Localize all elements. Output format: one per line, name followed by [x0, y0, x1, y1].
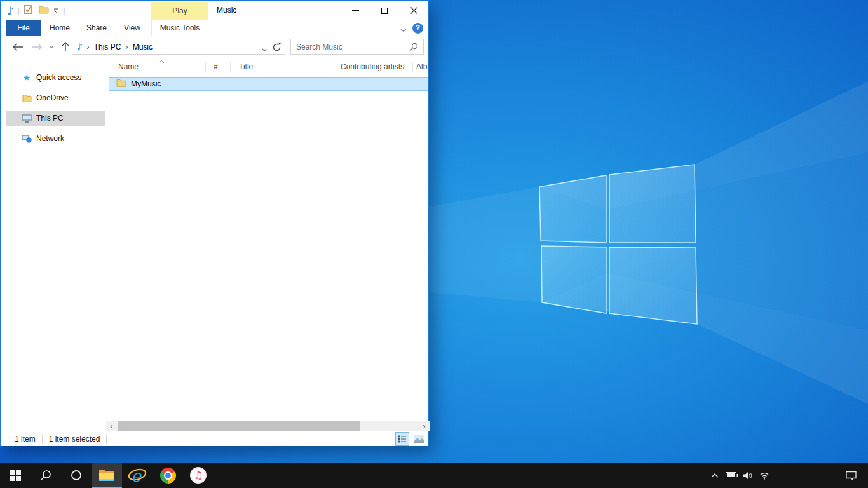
address-bar[interactable]: ♪ › This PC › Music — [72, 39, 285, 55]
window-body: ★ Quick access OneDrive This PC — [1, 58, 428, 421]
address-dropdown-icon[interactable] — [262, 45, 267, 54]
sidebar-item-network[interactable]: Network — [1, 131, 105, 146]
tab-music-tools[interactable]: Music Tools — [151, 20, 208, 36]
selection-count: 1 item selected — [49, 435, 100, 444]
scrollbar-thumb[interactable] — [118, 421, 360, 431]
up-button[interactable] — [58, 36, 72, 57]
breadcrumb-music[interactable]: Music — [133, 43, 153, 51]
action-center-icon[interactable] — [843, 463, 859, 488]
status-bar: 1 item 1 item selected — [1, 431, 428, 446]
forward-button[interactable] — [30, 36, 44, 57]
sidebar-item-quick-access[interactable]: ★ Quick access — [1, 70, 105, 85]
sidebar: ★ Quick access OneDrive This PC — [1, 58, 105, 421]
search-box[interactable]: Search Music — [290, 39, 424, 55]
sidebar-item-onedrive[interactable]: OneDrive — [1, 90, 105, 105]
breadcrumb-this-pc[interactable]: This PC — [94, 43, 121, 51]
folder-icon — [116, 79, 126, 89]
taskbar-internet-explorer-button[interactable]: e — [122, 463, 153, 488]
search-icon[interactable] — [407, 36, 420, 57]
help-button[interactable]: ? — [412, 23, 423, 34]
qat-customize-icon[interactable] — [53, 6, 59, 15]
tray-expand-icon[interactable] — [707, 463, 723, 488]
close-button[interactable] — [399, 1, 428, 20]
network-icon — [22, 133, 32, 144]
thumbnail-view-button[interactable] — [412, 432, 426, 446]
wifi-icon[interactable] — [756, 463, 773, 488]
tab-view[interactable]: View — [115, 20, 149, 36]
start-button[interactable] — [0, 463, 31, 488]
maximize-button[interactable] — [370, 1, 399, 20]
computer-icon — [22, 113, 32, 123]
location-music-icon: ♪ — [77, 42, 82, 51]
battery-icon[interactable] — [723, 463, 740, 488]
horizontal-scrollbar[interactable]: ‹ › — [106, 421, 430, 431]
item-count: 1 item — [15, 435, 36, 444]
column-header-name[interactable]: Name — [118, 59, 139, 74]
check-document-icon[interactable] — [24, 4, 33, 17]
navigation-bar: ♪ › This PC › Music Search Music — [1, 36, 428, 57]
column-header-artists[interactable]: Contributing artists — [341, 59, 404, 74]
screen: ♪ | | Play Music — [0, 0, 868, 488]
column-header-title[interactable]: Title — [239, 59, 253, 74]
file-row-mymusic[interactable]: MyMusic — [109, 77, 428, 91]
scroll-right-icon[interactable]: › — [419, 421, 430, 431]
window-title: Music — [217, 1, 236, 20]
breadcrumb-chevron: › — [86, 42, 89, 51]
sidebar-item-this-pc[interactable]: This PC — [6, 111, 105, 126]
tab-share[interactable]: Share — [78, 20, 115, 36]
breadcrumb-chevron: › — [125, 42, 128, 51]
recent-locations-icon[interactable] — [47, 36, 56, 57]
chrome-icon — [160, 468, 176, 484]
volume-icon[interactable] — [740, 463, 756, 488]
new-folder-icon[interactable] — [39, 5, 49, 16]
details-view-button[interactable] — [395, 432, 409, 446]
file-list-pane: Name # Title Contributing artists Alb My… — [106, 58, 428, 421]
minimize-button[interactable] — [341, 1, 370, 20]
taskbar-itunes-button[interactable]: ♫ — [183, 463, 214, 488]
tab-play[interactable]: Play — [151, 2, 208, 20]
explorer-window: ♪ | | Play Music — [0, 0, 429, 446]
music-note-icon: ♪ — [7, 4, 14, 17]
ribbon-tab-row: File Home Share View Music Tools ? — [1, 20, 428, 36]
taskbar: e ♫ — [0, 463, 868, 488]
back-button[interactable] — [11, 36, 25, 57]
cortana-button[interactable] — [61, 463, 92, 488]
taskbar-file-explorer-button[interactable] — [92, 463, 122, 488]
expand-ribbon-icon[interactable] — [400, 25, 407, 34]
taskbar-chrome-button[interactable] — [153, 463, 183, 488]
onedrive-folder-icon — [22, 93, 32, 103]
tab-file[interactable]: File — [6, 20, 41, 36]
search-placeholder: Search Music — [296, 43, 342, 51]
file-name: MyMusic — [131, 79, 161, 88]
taskbar-search-button[interactable] — [31, 463, 61, 488]
sort-ascending-icon — [158, 57, 165, 65]
quick-access-toolbar: ♪ | | — [7, 1, 69, 20]
star-icon: ★ — [22, 72, 32, 83]
system-tray — [707, 463, 868, 488]
title-bar[interactable]: ♪ | | Play Music — [1, 1, 428, 20]
refresh-button[interactable] — [271, 41, 283, 53]
scroll-left-icon[interactable]: ‹ — [106, 421, 117, 431]
itunes-icon: ♫ — [190, 467, 207, 484]
column-header-number[interactable]: # — [214, 59, 218, 74]
column-header-album[interactable]: Alb — [416, 59, 427, 74]
svg-text:e: e — [132, 466, 142, 484]
tab-home[interactable]: Home — [41, 20, 78, 36]
